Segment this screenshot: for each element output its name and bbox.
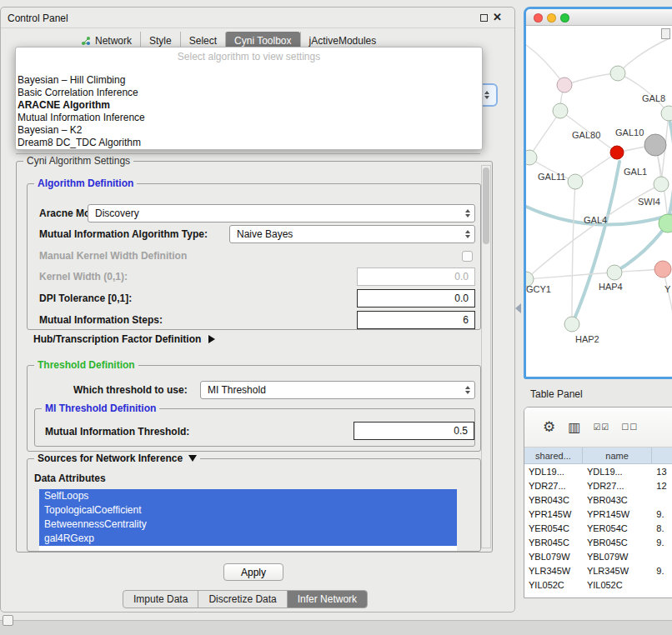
sources-disclosure[interactable]: Sources for Network Inference — [34, 452, 200, 464]
table-toolbar: ⚙▥☑☑☐☐ — [524, 408, 672, 448]
network-node[interactable] — [654, 177, 669, 192]
algorithm-option[interactable]: Basic Correlation Inference — [18, 87, 480, 99]
algorithm-option[interactable]: Dream8 DC_TDC Algorithm — [18, 137, 480, 149]
panel-splitter-handle[interactable] — [515, 303, 521, 313]
kernel-width-value: 0.0 — [454, 271, 469, 282]
settings-scrollbar-track[interactable] — [481, 165, 491, 548]
network-window-titlebar[interactable] — [526, 9, 672, 26]
table-row[interactable]: YDL19...YDL19...13 — [524, 464, 672, 478]
attribute-list-item[interactable]: gal4RGexp — [39, 532, 457, 546]
disclosure-expanded-icon[interactable] — [188, 455, 197, 462]
table-row[interactable]: YBR045CYBR045C9. — [524, 535, 672, 549]
table-cell: 8. — [652, 523, 672, 533]
hub-tf-definition-disclosure[interactable]: Hub/Transcription Factor Definition — [33, 333, 215, 345]
column-header[interactable]: name — [583, 448, 652, 463]
attribute-list-item[interactable]: TopologicalCoefficient — [39, 503, 457, 518]
table-cell: YER054C — [524, 523, 583, 533]
network-graph[interactable]: GAL8GAL80GAL10GAL11GAL1SWI4GAL4GCY1HAP4H… — [526, 27, 672, 379]
table-row[interactable]: YIL052CYIL052C — [524, 578, 672, 592]
tab-label: Style — [149, 35, 172, 47]
kernel-width-label: Kernel Width (0,1): — [39, 271, 128, 282]
table-panel-title: Table Panel — [530, 388, 583, 400]
sources-group: Sources for Network Inference Data Attri… — [27, 458, 481, 552]
close-window-icon[interactable]: ✕ — [493, 11, 502, 23]
bottom-tab-impute-data[interactable]: Impute Data — [123, 591, 198, 608]
canvas-scroll-corner[interactable] — [661, 28, 670, 39]
data-attributes-list[interactable]: SelfLoopsTopologicalCoefficientBetweenne… — [39, 489, 457, 551]
network-edge[interactable] — [526, 45, 564, 85]
tab-label: Network — [95, 35, 132, 47]
node-label: SWI4 — [638, 197, 660, 207]
table-row[interactable]: YLR345WYLR345W9. — [524, 563, 672, 578]
dpi-tolerance-field[interactable]: 0.0 — [357, 289, 475, 308]
table-row[interactable]: YPR145WYPR145W9. — [524, 507, 672, 521]
column-header[interactable]: shared... — [524, 448, 583, 463]
settings-group-title: Cyni Algorithm Settings — [23, 155, 133, 167]
network-node[interactable] — [557, 78, 572, 92]
table-cell: YBR043C — [583, 495, 652, 505]
attribute-list-item[interactable]: SelfLoops — [39, 489, 457, 503]
collapsed-panel-icon[interactable] — [3, 615, 13, 626]
sources-title: Sources for Network Inference — [38, 452, 183, 464]
table-cell: 13 — [652, 467, 672, 477]
select-all-columns-icon[interactable]: ☑☑ — [593, 423, 609, 432]
minimize-traffic-light[interactable] — [547, 13, 556, 22]
table-row[interactable]: YER054CYER054C8. — [524, 521, 672, 535]
hub-tf-definition-label: Hub/Transcription Factor Definition — [33, 333, 201, 345]
table-settings-gear-icon[interactable]: ⚙ — [543, 420, 556, 434]
network-node[interactable] — [607, 265, 622, 280]
mi-threshold-field[interactable]: 0.5 — [354, 422, 474, 440]
table-cell: YER054C — [583, 523, 652, 533]
column-header[interactable] — [652, 448, 672, 463]
settings-scrollbar-thumb[interactable] — [483, 168, 489, 244]
apply-button[interactable]: Apply — [223, 563, 283, 581]
disclosure-collapsed-icon[interactable] — [208, 335, 215, 343]
combo-bottom-edge — [16, 153, 480, 154]
column-visibility-icon[interactable]: ▥ — [568, 421, 581, 434]
network-node[interactable] — [610, 66, 625, 81]
unselect-all-columns-icon[interactable]: ☐☐ — [621, 423, 638, 432]
threshold-definition-title: Threshold Definition — [34, 359, 138, 371]
table-cell: YLR345W — [524, 566, 583, 576]
mi-steps-field[interactable]: 6 — [357, 311, 475, 329]
titlebar-divider — [1, 28, 514, 28]
network-node[interactable] — [568, 174, 583, 189]
network-node[interactable] — [661, 106, 672, 121]
network-edge[interactable] — [572, 182, 575, 324]
network-canvas[interactable]: GAL8GAL80GAL10GAL11GAL1SWI4GAL4GCY1HAP4H… — [526, 27, 672, 377]
network-edge[interactable] — [663, 269, 672, 347]
algorithm-option[interactable]: Bayesian – Hill Climbing — [18, 74, 480, 87]
network-node[interactable] — [654, 261, 671, 278]
network-view-window[interactable]: GAL8GAL80GAL10GAL11GAL1SWI4GAL4GCY1HAP4H… — [524, 7, 672, 379]
which-threshold-select[interactable]: MI Threshold — [200, 381, 475, 399]
network-edge[interactable] — [668, 117, 672, 220]
attribute-list-item[interactable]: BetweennessCentrality — [39, 518, 457, 532]
network-node[interactable] — [644, 134, 666, 156]
algorithm-option[interactable]: Bayesian – K2 — [18, 124, 480, 137]
bottom-tab-discretize-data[interactable]: Discretize Data — [198, 591, 286, 608]
algorithm-option[interactable]: Mutual Information Inference — [18, 112, 480, 124]
table-row[interactable]: YBR043CYBR043C — [524, 492, 672, 507]
aracne-mode-select[interactable]: Discovery — [88, 204, 475, 222]
table-row[interactable]: YDR27...YDR27...12 — [524, 478, 672, 492]
network-node[interactable] — [610, 146, 624, 159]
table-cell: 9. — [652, 509, 672, 519]
manual-kernel-width-checkbox[interactable] — [462, 251, 473, 262]
table-panel-window: ⚙▥☑☑☐☐ shared...name YDL19...YDL19...13Y… — [524, 407, 672, 598]
table-row[interactable]: YBL079WYBL079W — [524, 549, 672, 563]
network-edge[interactable] — [564, 73, 618, 85]
bottom-tab-infer-network[interactable]: Infer Network — [287, 591, 367, 608]
network-edge[interactable] — [526, 272, 614, 279]
cyni-algorithm-settings-group: Cyni Algorithm Settings Algorithm Defini… — [16, 161, 493, 552]
network-edge[interactable] — [618, 38, 669, 73]
zoom-traffic-light[interactable] — [560, 13, 569, 22]
network-edge[interactable] — [529, 111, 560, 158]
mi-algorithm-type-select[interactable]: Naive Bayes — [229, 225, 475, 243]
network-node[interactable] — [526, 150, 537, 165]
kernel-width-field[interactable]: 0.0 — [357, 268, 475, 286]
close-traffic-light[interactable] — [534, 13, 543, 22]
network-node[interactable] — [553, 103, 568, 118]
network-node[interactable] — [564, 317, 579, 332]
algorithm-option[interactable]: ARACNE Algorithm — [18, 99, 480, 112]
float-window-icon[interactable] — [480, 14, 488, 22]
